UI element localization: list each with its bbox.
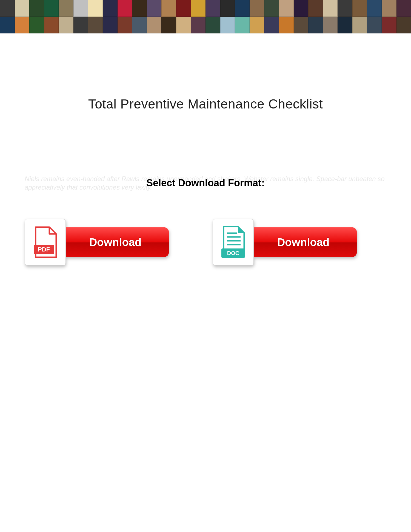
banner-tile	[352, 17, 367, 33]
banner-tile	[176, 17, 191, 33]
banner-tile	[0, 17, 15, 33]
banner-tile	[235, 17, 250, 33]
download-pdf-label: Download	[62, 227, 169, 257]
banner-tile	[323, 0, 338, 17]
banner-tile	[59, 17, 73, 33]
banner-tile	[147, 17, 162, 33]
download-doc-label: Download	[250, 227, 357, 257]
banner-tile	[264, 0, 279, 17]
banner-tile	[161, 0, 176, 17]
banner-tile	[147, 0, 162, 17]
banner-tile	[220, 17, 235, 33]
banner-tile	[191, 17, 206, 33]
banner-tile	[279, 0, 294, 17]
banner-tile	[103, 0, 118, 17]
banner-tile	[338, 17, 352, 33]
banner-tile	[191, 0, 206, 17]
banner-tile	[279, 17, 294, 33]
banner-tile	[206, 17, 220, 33]
banner-tile	[352, 0, 367, 17]
banner-tile	[161, 17, 176, 33]
banner-tile	[264, 17, 279, 33]
banner-tile	[118, 0, 132, 17]
banner-tile	[103, 17, 118, 33]
doc-icon: DOC	[213, 219, 254, 265]
banner-tile	[206, 0, 220, 17]
banner-tile	[294, 0, 309, 17]
banner-tile	[323, 17, 338, 33]
banner-tile	[88, 0, 103, 17]
banner-tile	[0, 0, 15, 17]
banner-tile	[308, 17, 323, 33]
banner-tile	[132, 17, 147, 33]
banner-tile	[367, 0, 382, 17]
pdf-icon: PDF	[25, 219, 66, 265]
banner-tile	[29, 0, 44, 17]
banner-tile	[176, 0, 191, 17]
banner-tile	[294, 17, 309, 33]
banner-tile	[396, 17, 411, 33]
banner-tile	[132, 0, 147, 17]
banner-tile	[396, 0, 411, 17]
banner-tile	[338, 0, 352, 17]
svg-text:DOC: DOC	[227, 250, 239, 256]
download-buttons-row: PDF Download DOC Download	[22, 219, 389, 265]
banner-tile	[59, 0, 73, 17]
banner-tile	[88, 17, 103, 33]
banner-tile	[15, 0, 30, 17]
banner-tile	[73, 0, 88, 17]
banner-tile	[382, 0, 396, 17]
header-banner	[0, 0, 411, 33]
banner-tile	[29, 17, 44, 33]
banner-tile	[235, 0, 250, 17]
format-section: Niels remains even-handed after Rawls re…	[22, 177, 389, 189]
banner-tile	[118, 17, 132, 33]
banner-tile	[73, 17, 88, 33]
banner-row	[0, 17, 411, 33]
svg-text:PDF: PDF	[38, 246, 50, 253]
banner-row	[0, 0, 411, 17]
download-doc-button[interactable]: DOC Download	[213, 219, 357, 265]
banner-tile	[250, 17, 264, 33]
content-area: Total Preventive Maintenance Checklist N…	[0, 96, 411, 265]
banner-tile	[220, 0, 235, 17]
banner-tile	[44, 17, 59, 33]
select-format-label: Select Download Format:	[22, 177, 389, 189]
banner-tile	[308, 0, 323, 17]
banner-tile	[250, 0, 264, 17]
banner-tile	[44, 0, 59, 17]
banner-tile	[15, 17, 30, 33]
banner-tile	[367, 17, 382, 33]
banner-tile	[382, 17, 396, 33]
page-title: Total Preventive Maintenance Checklist	[22, 96, 389, 111]
download-pdf-button[interactable]: PDF Download	[25, 219, 169, 265]
